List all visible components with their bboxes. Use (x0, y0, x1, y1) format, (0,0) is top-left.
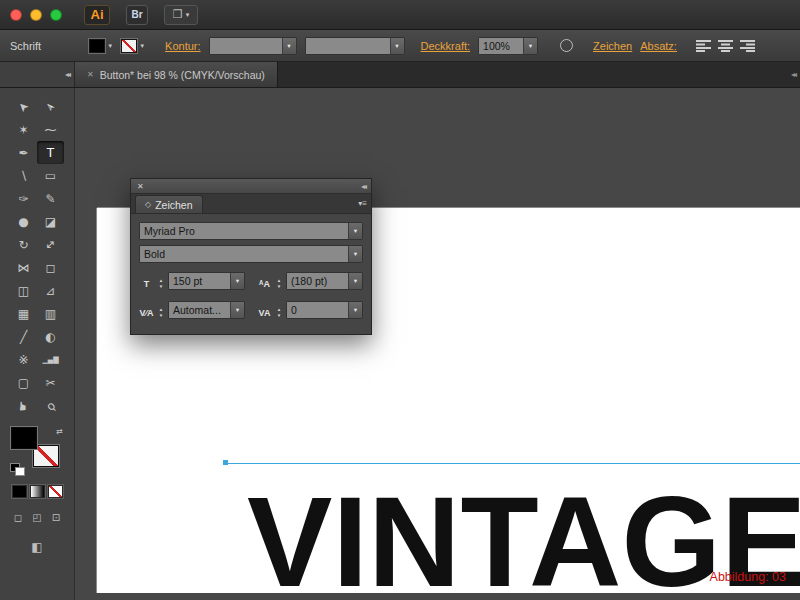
direct-selection-tool[interactable]: ➢ (37, 95, 64, 118)
panel-collapse-icon[interactable]: ◂◂ (361, 182, 365, 191)
draw-normal-button[interactable]: ◻ (10, 510, 27, 525)
chevron-down-icon: ▼ (107, 43, 113, 49)
font-style-combobox[interactable]: Bold (139, 245, 363, 263)
eyedropper-tool[interactable]: ╱ (10, 325, 37, 348)
free-transform-tool[interactable]: ◻ (37, 256, 64, 279)
scale-tool[interactable]: ↕ (37, 233, 64, 256)
opacity-panel-link[interactable]: Deckkraft: (421, 40, 471, 52)
zoom-window-button[interactable] (50, 9, 62, 21)
tab-zeichen[interactable]: ◇ Zeichen (135, 195, 203, 213)
none-button[interactable] (48, 485, 63, 498)
workspace-switcher-button[interactable]: ❒ ▾ (164, 5, 198, 25)
selection-tool-icon: ➤ (15, 98, 32, 115)
panel-tab-label: Zeichen (155, 199, 192, 211)
swap-fill-stroke-icon[interactable]: ⇄ (56, 427, 63, 436)
selection-tool[interactable]: ➤ (10, 95, 37, 118)
font-size-combobox[interactable]: 150 pt (168, 272, 245, 290)
blend-tool-icon: ◐ (45, 330, 55, 344)
close-document-icon[interactable]: ✕ (87, 70, 94, 79)
gradient-tool[interactable]: ▥ (37, 302, 64, 325)
kerning-stepper[interactable] (157, 307, 165, 318)
lasso-tool[interactable]: ⁓ (37, 118, 64, 141)
opacity-combobox[interactable]: 100% (478, 37, 538, 55)
close-panel-icon[interactable]: ✕ (137, 182, 144, 191)
chevron-down-icon[interactable] (348, 246, 362, 262)
pencil-tool[interactable]: ✎ (37, 187, 64, 210)
panel-flyout-menu-icon[interactable]: ▾≡ (358, 199, 367, 208)
paintbrush-tool[interactable]: ✑ (10, 187, 37, 210)
hand-tool[interactable]: ☛ (10, 394, 37, 417)
shape-builder-tool-icon: ◫ (18, 284, 29, 298)
align-left-icon[interactable] (695, 39, 712, 52)
column-graph-tool[interactable]: ▁▄▇ (37, 348, 64, 371)
hand-tool-icon: ☛ (16, 400, 30, 411)
color-button[interactable] (12, 485, 27, 498)
toolbar-fill-swatch[interactable] (11, 427, 37, 449)
width-tool[interactable]: ⋈ (10, 256, 37, 279)
draw-inside-button[interactable]: ⊡ (48, 510, 65, 525)
chevron-down-icon[interactable] (230, 273, 244, 289)
font-family-combobox[interactable]: Myriad Pro (139, 222, 363, 240)
free-transform-tool-icon: ◻ (46, 261, 56, 275)
document-tab[interactable]: ✕ Button* bei 98 % (CMYK/Vorschau) (75, 62, 278, 87)
line-segment-tool[interactable]: ∖ (10, 164, 37, 187)
close-window-button[interactable] (10, 9, 22, 21)
tracking-stepper[interactable] (275, 307, 283, 318)
stroke-color-swatch[interactable] (121, 39, 137, 53)
stroke-color-control[interactable]: ▼ (121, 39, 145, 53)
character-panel-titlebar[interactable]: ✕ ◂◂ (131, 179, 371, 194)
stroke-weight-combobox[interactable] (209, 37, 297, 55)
chevron-down-icon[interactable] (523, 38, 537, 54)
draw-behind-button[interactable]: ◰ (29, 510, 46, 525)
chevron-down-icon[interactable] (348, 273, 362, 289)
type-tool[interactable]: T (37, 141, 64, 164)
character-panel-link[interactable]: Zeichen (593, 40, 632, 52)
leading-combobox[interactable]: (180 pt) (286, 272, 363, 290)
tracking-icon: VA (257, 308, 272, 318)
pen-tool[interactable]: ✒ (10, 141, 37, 164)
toolbar-collapse-icon[interactable]: ◂◂ (65, 70, 69, 79)
recolor-artwork-icon[interactable] (560, 39, 573, 52)
chevron-down-icon[interactable] (348, 223, 362, 239)
canvas-area[interactable]: VINTAGE Abbildung: 03 ✕ ◂◂ ◇ Zeichen ▾≡ (75, 88, 800, 600)
screen-mode-button[interactable]: ◧ (24, 539, 50, 555)
align-right-icon[interactable] (739, 39, 756, 52)
eyedropper-tool-icon: ╱ (20, 330, 27, 344)
fill-color-control[interactable]: ▼ (89, 39, 113, 53)
minimize-window-button[interactable] (30, 9, 42, 21)
rotate-tool[interactable]: ↻ (10, 233, 37, 256)
default-fill-stroke-icon[interactable] (11, 464, 24, 475)
bridge-launch-button[interactable]: Br (126, 5, 148, 25)
rectangle-tool[interactable]: ▭ (37, 164, 64, 187)
blob-brush-tool[interactable]: ● (10, 210, 37, 233)
fill-color-swatch[interactable] (89, 39, 105, 53)
font-size-stepper[interactable] (157, 278, 165, 289)
draw-normal-icon: ◻ (14, 512, 22, 523)
chevron-down-icon[interactable] (282, 38, 296, 54)
mesh-tool[interactable]: ▦ (10, 302, 37, 325)
blend-tool[interactable]: ◐ (37, 325, 64, 348)
width-tool-icon: ⋈ (18, 261, 30, 275)
chevron-down-icon[interactable] (390, 38, 404, 54)
leading-stepper[interactable] (275, 278, 283, 289)
artboard-tool[interactable]: ▢ (10, 371, 37, 394)
symbol-sprayer-tool[interactable]: ※ (10, 348, 37, 371)
align-center-icon[interactable] (717, 39, 734, 52)
size-leading-row: T 150 pt ᴬA (180 pt) (139, 272, 363, 295)
gradient-button[interactable] (30, 485, 45, 498)
zoom-tool[interactable]: ϙ (37, 394, 64, 417)
tracking-combobox[interactable]: 0 (286, 301, 363, 319)
kerning-combobox[interactable]: Automat... (168, 301, 245, 319)
paragraph-panel-link[interactable]: Absatz: (640, 40, 677, 52)
shape-builder-tool[interactable]: ◫ (10, 279, 37, 302)
perspective-grid-tool[interactable]: ⊿ (37, 279, 64, 302)
panel-dock-expand-icon[interactable]: ◂◂ (791, 70, 800, 79)
slice-tool[interactable]: ✂ (37, 371, 64, 394)
brush-definition-combobox[interactable] (305, 37, 405, 55)
magic-wand-tool[interactable]: ✶ (10, 118, 37, 141)
stroke-panel-link[interactable]: Kontur: (165, 40, 200, 52)
chevron-down-icon[interactable] (348, 302, 362, 318)
eraser-tool[interactable]: ◪ (37, 210, 64, 233)
chevron-down-icon[interactable] (230, 302, 244, 318)
control-bar: Schrift ▼ ▼ Kontur: Deckkraft: 100% Zeic… (0, 30, 800, 62)
